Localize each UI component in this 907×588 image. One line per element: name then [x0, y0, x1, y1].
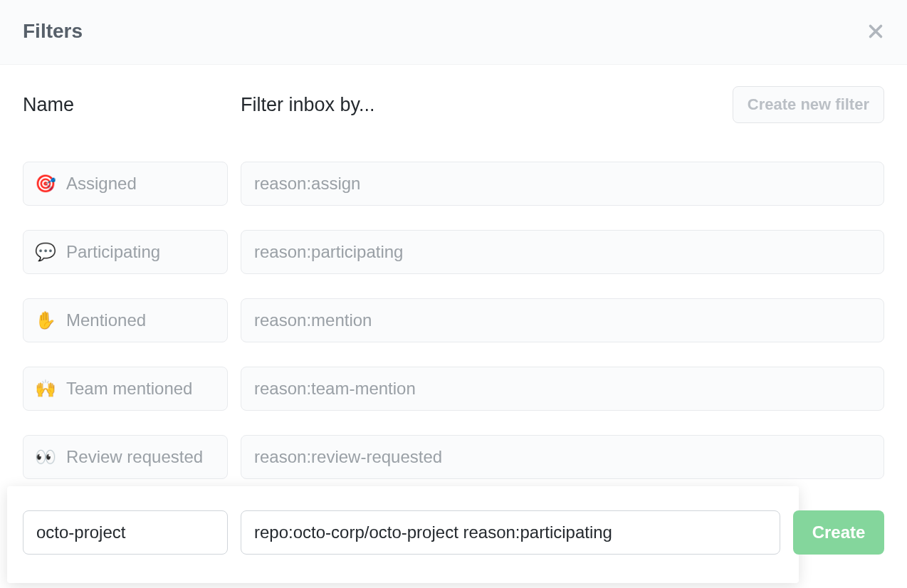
filter-emoji-icon: 🎯 [35, 174, 56, 194]
query-column-header: Filter inbox by... [241, 94, 720, 116]
filter-emoji-icon: 💬 [35, 242, 56, 262]
filter-name-input[interactable]: 🙌Team mentioned [23, 367, 228, 411]
dialog-title: Filters [23, 20, 83, 43]
new-filter-name-input[interactable] [23, 510, 228, 555]
filter-emoji-icon: 👀 [35, 447, 56, 467]
filter-name-input[interactable]: ✋Mentioned [23, 298, 228, 342]
filter-name-input[interactable]: 💬Participating [23, 230, 228, 274]
filter-emoji-icon: ✋ [35, 310, 56, 330]
filter-row: 🎯Assignedreason:assign [23, 162, 884, 206]
dialog-header: Filters [0, 0, 907, 65]
filter-name-label: Mentioned [66, 310, 146, 330]
filter-query-input[interactable]: reason:review-requested [241, 435, 884, 479]
filter-row: 🙌Team mentionedreason:team-mention [23, 367, 884, 411]
filter-row: 💬Participatingreason:participating [23, 230, 884, 274]
close-icon[interactable] [867, 23, 884, 40]
filter-query-input[interactable]: reason:participating [241, 230, 884, 274]
dialog-body: Name Filter inbox by... Create new filte… [0, 65, 907, 583]
column-header-row: Name Filter inbox by... Create new filte… [23, 86, 884, 123]
name-column-header: Name [23, 94, 228, 116]
filter-row: ✋Mentionedreason:mention [23, 298, 884, 342]
filter-name-input[interactable]: 🎯Assigned [23, 162, 228, 206]
create-new-filter-button[interactable]: Create new filter [733, 86, 884, 123]
filter-row: 👀Review requestedreason:review-requested [23, 435, 884, 479]
filter-query-input[interactable]: reason:team-mention [241, 367, 884, 411]
filter-name-input[interactable]: 👀Review requested [23, 435, 228, 479]
filter-name-label: Review requested [66, 447, 203, 467]
filter-emoji-icon: 🙌 [35, 379, 56, 399]
filter-list: 🎯Assignedreason:assign💬Participatingreas… [23, 162, 884, 479]
new-filter-area: Create [23, 510, 884, 555]
new-filter-row: Create [23, 510, 884, 555]
filter-name-label: Team mentioned [66, 379, 192, 399]
create-button[interactable]: Create [793, 510, 884, 555]
filter-query-input[interactable]: reason:assign [241, 162, 884, 206]
filter-query-input[interactable]: reason:mention [241, 298, 884, 342]
filter-name-label: Assigned [66, 174, 137, 194]
filter-name-label: Participating [66, 242, 160, 262]
new-filter-query-input[interactable] [241, 510, 780, 555]
